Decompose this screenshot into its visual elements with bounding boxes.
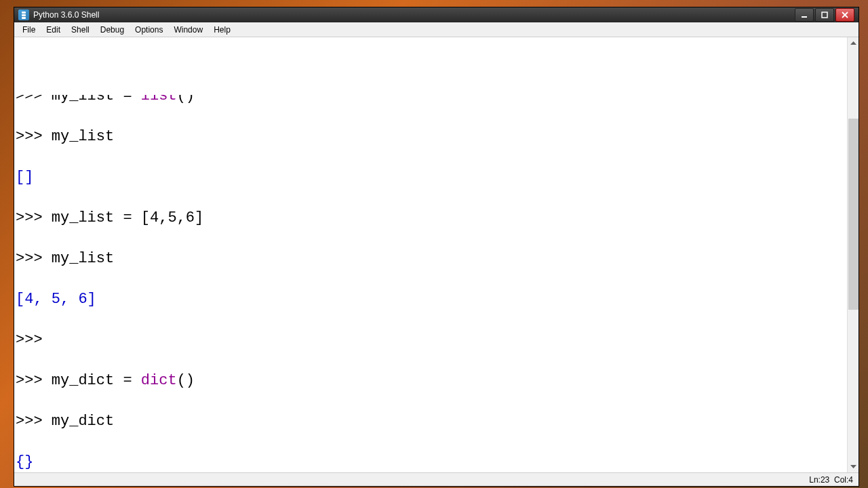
col-number: 4 <box>848 475 853 485</box>
output: [4, 5, 6] <box>16 291 96 308</box>
scroll-thumb[interactable] <box>848 119 859 310</box>
window-title: Python 3.6.0 Shell <box>33 10 795 20</box>
content-area: >>> my_list = list() >>> my_list [] >>> … <box>14 37 859 472</box>
svg-rect-0 <box>802 16 807 18</box>
minimize-button[interactable] <box>795 8 814 22</box>
app-window: Python 3.6.0 Shell File Edit Shell Debug… <box>14 7 859 487</box>
status-bar: Ln: 23 Col: 4 <box>14 472 859 486</box>
menu-file[interactable]: File <box>17 24 41 36</box>
svg-rect-1 <box>822 12 827 18</box>
close-button[interactable] <box>835 8 854 22</box>
window-controls <box>795 7 859 22</box>
menu-options[interactable]: Options <box>130 24 168 36</box>
prompt: >>> my_list = <box>16 95 141 104</box>
output: [] <box>16 169 33 186</box>
vertical-scrollbar[interactable] <box>847 37 859 472</box>
shell-editor[interactable]: >>> my_list = list() >>> my_list [] >>> … <box>14 37 847 472</box>
title-bar[interactable]: Python 3.6.0 Shell <box>14 7 859 22</box>
menu-window[interactable]: Window <box>168 24 208 36</box>
menu-debug[interactable]: Debug <box>95 24 130 36</box>
line-number: 23 <box>821 475 829 485</box>
maximize-button[interactable] <box>815 8 834 22</box>
menu-edit[interactable]: Edit <box>41 24 66 36</box>
output: {} <box>16 453 33 470</box>
menu-shell[interactable]: Shell <box>66 24 95 36</box>
col-label: Col: <box>834 475 848 485</box>
prompt: >>> <box>16 128 52 145</box>
python-icon <box>18 9 29 20</box>
scroll-down-button[interactable] <box>848 461 859 472</box>
scroll-up-button[interactable] <box>848 37 859 49</box>
line-label: Ln: <box>809 475 821 485</box>
menu-help[interactable]: Help <box>208 24 236 36</box>
menu-bar: File Edit Shell Debug Options Window Hel… <box>14 22 859 37</box>
